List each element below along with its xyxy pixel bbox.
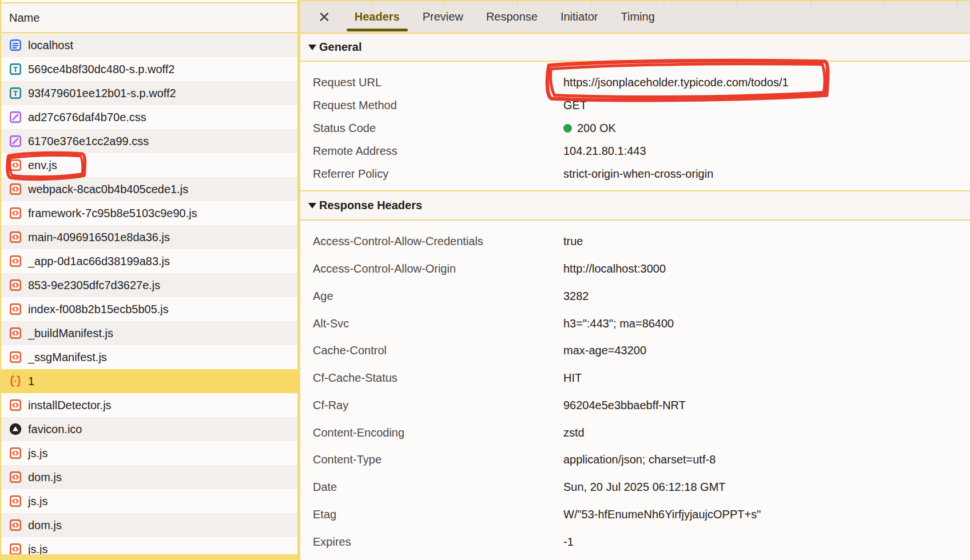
request-row[interactable]: localhost bbox=[1, 33, 297, 57]
header-row: Content-Encodingzstd bbox=[300, 419, 970, 446]
header-key: Request Method bbox=[313, 99, 563, 112]
document-icon bbox=[9, 38, 22, 52]
request-name: 1 bbox=[28, 375, 34, 388]
svg-text:T: T bbox=[13, 65, 18, 74]
header-value-text: http://localhost:3000 bbox=[563, 262, 666, 275]
request-row[interactable]: 6170e376e1cc2a99.css bbox=[1, 129, 297, 153]
header-value-text: https://jsonplaceholder.typicode.com/tod… bbox=[563, 76, 789, 89]
request-name: dom.js bbox=[28, 519, 62, 532]
header-row: Request URLhttps://jsonplaceholder.typic… bbox=[300, 71, 970, 94]
svg-text:T: T bbox=[13, 89, 18, 98]
section-header-general[interactable]: General bbox=[300, 34, 970, 62]
request-row[interactable]: framework-7c95b8e5103c9e90.js bbox=[1, 201, 297, 225]
header-value-text: true bbox=[563, 235, 583, 248]
request-row[interactable]: main-4096916501e8da36.js bbox=[1, 225, 297, 249]
header-row: Alt-Svch3=":443"; ma=86400 bbox=[300, 310, 970, 337]
detail-tab-bar: ✕ HeadersPreviewResponseInitiatorTiming bbox=[300, 0, 970, 34]
request-row[interactable]: webpack-8cac0b4b405cede1.js bbox=[1, 177, 297, 201]
section-title: Response Headers bbox=[308, 199, 422, 212]
header-value-text: W/"53-hfEnumeNh6YirfjyjaujcOPPT+s" bbox=[563, 508, 761, 521]
section-title-text: General bbox=[319, 41, 361, 54]
header-value-text: 96204e5e3bbaebff-NRT bbox=[563, 399, 686, 412]
request-row[interactable]: js.js bbox=[1, 537, 297, 554]
header-value: 104.21.80.1:443 bbox=[563, 145, 646, 158]
request-row[interactable]: T93f479601ee12b01-s.p.woff2 bbox=[1, 81, 297, 105]
request-row-selected[interactable]: 1 bbox=[1, 369, 297, 393]
horizontal-scrollbar[interactable] bbox=[1, 554, 297, 560]
header-key: Access-Control-Allow-Credentials bbox=[313, 235, 563, 248]
header-value-text: 200 OK bbox=[577, 122, 616, 135]
request-row[interactable]: installDetector.js bbox=[1, 393, 297, 417]
devtools-network-panel: Name localhostT569ce4b8f30dc480-s.p.woff… bbox=[0, 0, 970, 560]
header-value: 3282 bbox=[563, 290, 589, 303]
headers-detail-pane: ✕ HeadersPreviewResponseInitiatorTiming … bbox=[300, 0, 970, 560]
overview-gridline bbox=[663, 1, 665, 5]
script-icon bbox=[9, 446, 22, 460]
header-key: Date bbox=[313, 481, 563, 494]
header-key: Cf-Cache-Status bbox=[313, 371, 563, 385]
tab-response[interactable]: Response bbox=[486, 1, 538, 33]
name-column-label: Name bbox=[9, 11, 39, 25]
request-row[interactable]: index-f008b2b15ecb5b05.js bbox=[1, 297, 297, 321]
header-value: zstd bbox=[563, 426, 585, 439]
script-icon bbox=[9, 182, 22, 196]
tab-preview[interactable]: Preview bbox=[423, 1, 463, 33]
request-name: 853-9e2305dfc7d3627e.js bbox=[28, 279, 160, 292]
header-key: Access-Control-Allow-Origin bbox=[313, 262, 563, 275]
header-row: Remote Address104.21.80.1:443 bbox=[300, 139, 970, 162]
request-row[interactable]: js.js bbox=[1, 489, 297, 513]
header-row: Access-Control-Allow-Originhttp://localh… bbox=[300, 255, 970, 283]
header-value: W/"53-hfEnumeNh6YirfjyjaujcOPPT+s" bbox=[563, 508, 761, 521]
header-value: HIT bbox=[563, 371, 582, 385]
font-icon: T bbox=[9, 86, 22, 100]
header-value-text: GET bbox=[563, 99, 587, 112]
font-icon: T bbox=[9, 62, 22, 76]
header-value-text: -1 bbox=[563, 535, 574, 549]
request-row[interactable]: _app-0d1ac66d38199a83.js bbox=[1, 249, 297, 273]
request-row[interactable]: dom.js bbox=[1, 465, 297, 489]
header-key: Remote Address bbox=[313, 145, 563, 158]
request-row[interactable]: _buildManifest.js bbox=[1, 321, 297, 345]
tab-headers[interactable]: Headers bbox=[355, 1, 400, 33]
request-row[interactable]: _ssgManifest.js bbox=[1, 345, 297, 369]
script-icon bbox=[9, 206, 22, 220]
request-row[interactable]: ad27c676daf4b70e.css bbox=[1, 105, 297, 129]
overview-gridline bbox=[737, 1, 738, 5]
request-name: _app-0d1ac66d38199a83.js bbox=[28, 255, 170, 268]
request-row[interactable]: js.js bbox=[1, 441, 297, 465]
header-row: Expires-1 bbox=[300, 528, 970, 555]
header-key: Cf-Ray bbox=[313, 399, 563, 412]
request-name: _ssgManifest.js bbox=[28, 351, 107, 364]
request-row[interactable]: favicon.ico bbox=[1, 417, 297, 441]
header-key: Content-Type bbox=[313, 453, 563, 466]
request-row[interactable]: T569ce4b8f30dc480-s.p.woff2 bbox=[1, 57, 297, 81]
header-value-text: h3=":443"; ma=86400 bbox=[563, 317, 674, 330]
requests-panel: Name localhostT569ce4b8f30dc480-s.p.woff… bbox=[0, 0, 297, 560]
disclosure-triangle-icon bbox=[308, 203, 316, 209]
request-name: 93f479601ee12b01-s.p.woff2 bbox=[28, 87, 176, 100]
name-column-header[interactable]: Name bbox=[1, 2, 297, 33]
request-name: installDetector.js bbox=[28, 399, 112, 412]
script-icon bbox=[9, 398, 22, 412]
overview-gridline bbox=[371, 1, 372, 5]
disclosure-triangle-icon bbox=[308, 45, 316, 50]
tab-timing[interactable]: Timing bbox=[621, 1, 655, 33]
css-icon bbox=[9, 110, 22, 124]
header-row: DateSun, 20 Jul 2025 06:12:18 GMT bbox=[300, 474, 970, 501]
request-name: webpack-8cac0b4b405cede1.js bbox=[28, 183, 188, 196]
request-row[interactable]: 853-9e2305dfc7d3627e.js bbox=[1, 273, 297, 297]
request-row[interactable]: env.js bbox=[1, 153, 297, 177]
header-key: Alt-Svc bbox=[313, 317, 563, 330]
json-icon bbox=[9, 374, 22, 388]
close-icon[interactable]: ✕ bbox=[318, 10, 331, 25]
request-row[interactable]: dom.js bbox=[1, 513, 297, 537]
tab-initiator[interactable]: Initiator bbox=[560, 1, 598, 33]
request-name: framework-7c95b8e5103c9e90.js bbox=[28, 207, 197, 220]
script-icon bbox=[9, 230, 22, 244]
header-key: Status Code bbox=[313, 122, 563, 135]
section-header-response-headers[interactable]: Response Headers bbox=[300, 190, 970, 221]
header-value: -1 bbox=[563, 535, 574, 549]
header-key: Cache-Control bbox=[313, 344, 563, 357]
header-row: Request MethodGET bbox=[300, 94, 970, 117]
request-name: 569ce4b8f30dc480-s.p.woff2 bbox=[28, 63, 175, 76]
